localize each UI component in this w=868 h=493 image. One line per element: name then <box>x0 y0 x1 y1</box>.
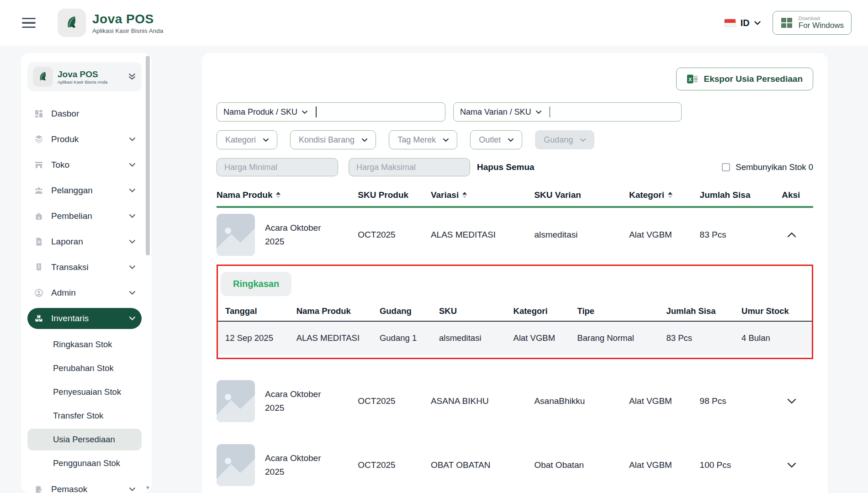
chevron-down-icon <box>362 138 367 142</box>
column-header-variasi[interactable]: Variasi <box>431 190 534 200</box>
summary-highlight-box: Ringkasan Tanggal Nama Produk Gudang SKU… <box>217 265 813 359</box>
download-for-windows-button[interactable]: Download For Windows <box>773 11 852 35</box>
app-logo: Jova POS Aplikasi Kasir Bisnis Anda <box>58 9 163 37</box>
hide-zero-stock-label: Sembunyikan Stok 0 <box>736 162 813 172</box>
scrollbar-thumb[interactable] <box>146 56 150 255</box>
product-image-placeholder-icon <box>217 214 255 256</box>
product-name: Acara Oktober 2025 <box>265 451 324 478</box>
harga-maksimal-input[interactable] <box>349 158 470 176</box>
chevron-down-icon <box>129 488 135 491</box>
sidebar-item-admin[interactable]: Admin <box>27 282 142 303</box>
summary-kategori: Alat VGBM <box>513 333 577 343</box>
sort-icon[interactable] <box>462 192 467 198</box>
summary-header-kategori: Kategori <box>513 306 577 316</box>
language-code: ID <box>741 18 750 28</box>
tag-merek-dropdown[interactable]: Tag Merek <box>389 130 457 149</box>
sidebar-subitem-transfer-stok[interactable]: Transfer Stok <box>27 405 142 427</box>
sidebar-subitem-ringkasan-stok[interactable]: Ringkasan Stok <box>27 334 142 355</box>
hide-zero-stock-toggle: Sembunyikan Stok 0 <box>722 162 813 172</box>
brand-name: Jova POS <box>92 12 163 27</box>
sidebar-subitem-penyesuaian-stok[interactable]: Penyesuaian Stok <box>27 381 142 403</box>
sidebar-item-label: Dasbor <box>51 109 79 119</box>
admin-user-icon <box>34 288 44 298</box>
variant-sku: AsanaBhikku <box>534 396 629 406</box>
svg-text:$: $ <box>38 264 40 268</box>
product-name: Acara Oktober 2025 <box>265 387 324 414</box>
summary-header-nama-produk: Nama Produk <box>296 306 380 316</box>
hamburger-menu-icon[interactable] <box>22 15 37 31</box>
column-header-nama-produk[interactable]: Nama Produk <box>217 190 358 200</box>
hide-zero-stock-checkbox[interactable] <box>722 163 730 171</box>
sidebar-item-transaksi[interactable]: $ Transaksi <box>27 257 142 278</box>
outlet-dropdown[interactable]: Outlet <box>470 130 522 149</box>
chevron-down-icon <box>263 138 269 142</box>
column-header-aksi: Aksi <box>782 190 813 200</box>
kategori-dropdown[interactable]: Kategori <box>217 130 277 149</box>
sidebar-item-label: Produk <box>51 134 79 144</box>
chevron-down-icon <box>129 138 135 141</box>
sidebar-item-pelanggan[interactable]: Pelanggan <box>27 180 142 201</box>
summary-tab: Ringkasan <box>221 272 291 296</box>
sidebar-item-label: Pembelian <box>51 211 92 221</box>
sidebar-item-label: Admin <box>51 288 76 298</box>
sidebar-item-laporan[interactable]: Laporan <box>27 231 142 252</box>
sidebar-subitem-usia-persediaan[interactable]: Usia Persediaan <box>27 429 142 451</box>
sort-icon[interactable] <box>276 192 281 198</box>
summary-nama-produk: ALAS MEDITASI <box>296 333 380 343</box>
expand-row-chevron-down-icon[interactable] <box>782 398 813 404</box>
collapse-row-chevron-up-icon[interactable] <box>782 232 813 238</box>
sidebar-collapse-icon[interactable] <box>128 73 136 80</box>
summary-header-tipe: Tipe <box>577 306 666 316</box>
summary-header-tanggal: Tanggal <box>225 306 296 316</box>
sidebar-item-pembelian[interactable]: $ Pembelian <box>27 206 142 227</box>
clear-all-filters-button[interactable]: Hapus Semua <box>477 162 535 172</box>
inventory-boxes-icon <box>34 313 44 323</box>
export-inventory-age-button[interactable]: X Ekspor Usia Persediaan <box>676 68 814 90</box>
sidebar-item-toko[interactable]: Toko <box>27 154 142 175</box>
sidebar-scrollbar[interactable]: ▼ <box>145 56 150 490</box>
sidebar-item-label: Transaksi <box>51 262 89 272</box>
table-row: Acara Oktober 2025 OCT2025 ASANA BIKHU A… <box>217 369 813 433</box>
column-header-kategori[interactable]: Kategori <box>629 190 700 200</box>
language-selector[interactable]: ID <box>724 18 761 28</box>
sidebar-subitem-penggunaan-stok[interactable]: Penggunaan Stok <box>27 452 142 474</box>
sort-icon[interactable] <box>668 192 672 198</box>
scrollbar-down-arrow-icon[interactable]: ▼ <box>145 485 150 490</box>
sidebar-item-label: Toko <box>51 160 69 170</box>
main-content: X Ekspor Usia Persediaan Nama Produk / S… <box>202 53 828 493</box>
kondisi-barang-dropdown[interactable]: Kondisi Barang <box>290 130 376 149</box>
download-label-small: Download <box>799 16 844 21</box>
summary-header-jumlah-sisa: Jumlah Sisa <box>667 306 742 316</box>
variant-search-type-select[interactable]: Nama Varian / SKU <box>460 107 541 117</box>
chevron-down-icon <box>302 111 307 114</box>
harga-minimal-input[interactable] <box>217 158 338 176</box>
sidebar-item-produk[interactable]: Produk <box>27 129 142 150</box>
download-label-big: For Windows <box>799 21 844 30</box>
gudang-dropdown: Gudang <box>535 130 594 149</box>
sidebar-subitem-perubahan-stok[interactable]: Perubahan Stok <box>27 357 142 379</box>
brand-tagline: Aplikasi Kasir Bisnis Anda <box>92 27 163 34</box>
excel-icon: X <box>687 73 699 85</box>
product-search-input[interactable] <box>323 107 439 117</box>
column-header-jumlah-sisa: Jumlah Sisa <box>700 190 782 200</box>
indonesia-flag-icon <box>724 19 736 27</box>
table-row: Acara Oktober 2025 OCT2025 ALAS MEDITASI… <box>217 208 813 262</box>
input-caret <box>316 106 317 117</box>
remaining-qty: 83 Pcs <box>700 230 782 240</box>
expand-row-chevron-down-icon[interactable] <box>782 462 813 468</box>
chevron-down-icon <box>129 189 135 192</box>
chevron-down-icon <box>129 240 135 244</box>
sidebar-item-dasbor[interactable]: Dasbor <box>27 103 142 124</box>
sidebar-item-inventaris[interactable]: Inventaris <box>27 308 142 329</box>
variation: ASANA BIKHU <box>431 396 534 406</box>
product-search-type-select[interactable]: Nama Produk / SKU <box>223 107 307 117</box>
variant-sku: Obat Obatan <box>534 460 629 470</box>
leaf-logo-icon <box>58 9 86 37</box>
category: Alat VGBM <box>629 460 700 470</box>
summary-gudang: Gudang 1 <box>380 333 439 343</box>
sidebar-item-pemasok[interactable]: Pemasok <box>27 479 142 493</box>
sidebar-item-label: Inventaris <box>51 313 89 323</box>
remaining-qty: 98 Pcs <box>700 396 782 406</box>
windows-logo-icon <box>780 16 793 29</box>
variant-search-input[interactable] <box>556 107 675 117</box>
